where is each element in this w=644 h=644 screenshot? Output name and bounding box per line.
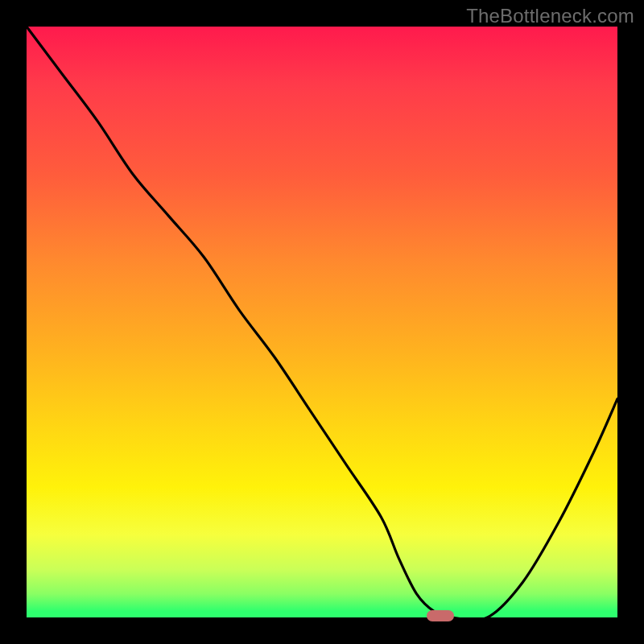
chart-frame: TheBottleneck.com bbox=[0, 0, 644, 644]
optimal-marker bbox=[427, 610, 454, 621]
plot-area bbox=[27, 27, 617, 617]
bottleneck-curve bbox=[27, 27, 617, 617]
watermark-text: TheBottleneck.com bbox=[466, 5, 634, 27]
